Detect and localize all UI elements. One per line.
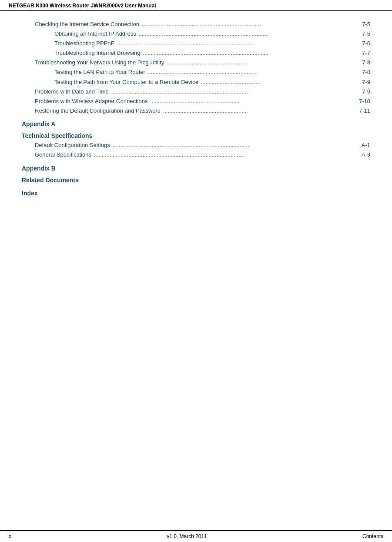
toc-dots: ...................................... — [199, 77, 361, 87]
toc-page: 7-8 — [362, 67, 370, 77]
toc-entry-general-specs[interactable]: General Specifications .................… — [22, 150, 370, 160]
toc-entry-lan-path[interactable]: Testing the LAN Path to Your Router ....… — [22, 67, 370, 77]
toc-text: Restoring the Default Configuration and … — [35, 106, 161, 116]
toc-dots: ........................................… — [140, 20, 361, 29]
toc-page: 7-9 — [362, 87, 370, 97]
toc-entry-date-time[interactable]: Problems with Date and Time ............… — [22, 87, 370, 97]
toc-page: 7-6 — [362, 39, 370, 48]
index-label[interactable]: Index — [22, 188, 370, 198]
toc-entry-remote-device[interactable]: Testing the Path from Your Computer to a… — [22, 77, 370, 87]
toc-text: Checking the Internet Service Connection — [35, 20, 139, 29]
toc-dots: ........................................… — [92, 150, 361, 160]
toc-page: 7-7 — [362, 48, 370, 58]
toc-text: Testing the Path from Your Computer to a… — [54, 77, 198, 87]
toc-entry-restoring-default[interactable]: Restoring the Default Configuration and … — [22, 106, 370, 116]
page-header: NETGEAR N300 Wireless Router JWNR2000v2 … — [0, 0, 392, 11]
toc-dots: ........................................… — [115, 39, 361, 48]
toc-dots: ........................................… — [110, 87, 361, 97]
toc-entry-obtaining-ip[interactable]: Obtaining an Internet IP Address .......… — [22, 29, 370, 39]
toc-page: 7-9 — [362, 77, 370, 87]
toc-dots: ........................................… — [137, 29, 362, 39]
toc-text: General Specifications — [35, 150, 91, 160]
toc-text: Default Configuration Settings — [35, 141, 110, 150]
page-container: NETGEAR N300 Wireless Router JWNR2000v2 … — [0, 0, 392, 542]
toc-dots: ........................................… — [148, 97, 358, 106]
toc-text: Troubleshooting PPPoE — [54, 39, 114, 48]
toc-page: A-3 — [362, 150, 370, 160]
appendix-b-label[interactable]: Appendix B — [22, 164, 370, 173]
toc-text: Obtaining an Internet IP Address — [54, 29, 136, 39]
appendix-a-label[interactable]: Appendix A — [22, 119, 370, 129]
toc-text: Testing the LAN Path to Your Router — [54, 67, 145, 77]
toc-dots: ........................................… — [111, 141, 361, 150]
toc-text: Troubleshooting Internet Browsing — [54, 48, 141, 58]
toc-page: 7-5 — [362, 20, 370, 29]
toc-text: Problems with Date and Time — [35, 87, 109, 97]
toc-dots: ........................................… — [146, 67, 361, 77]
toc-dots: ........................................… — [165, 58, 361, 67]
appendix-b-title[interactable]: Related Documents — [22, 176, 370, 185]
toc-text: Problems with Wireless Adapter Connectio… — [35, 97, 147, 106]
toc-entry-troubleshooting-pppoe[interactable]: Troubleshooting PPPoE ..................… — [22, 39, 370, 48]
toc-page: 7-10 — [359, 97, 370, 106]
toc-entry-checking-internet[interactable]: Checking the Internet Service Connection… — [22, 20, 370, 29]
page-footer: x v1.0, March 2011 Contents — [0, 530, 392, 542]
toc-entry-troubleshooting-browsing[interactable]: Troubleshooting Internet Browsing ......… — [22, 48, 370, 58]
toc-text: Troubleshooting Your Network Using the P… — [35, 58, 164, 67]
header-title: NETGEAR N300 Wireless Router JWNR2000v2 … — [9, 3, 156, 9]
footer-center: v1.0, March 2011 — [11, 533, 362, 539]
toc-entry-default-config[interactable]: Default Configuration Settings .........… — [22, 141, 370, 150]
content-area: Checking the Internet Service Connection… — [0, 11, 392, 530]
appendix-a-title[interactable]: Technical Specifications — [22, 131, 370, 141]
toc-page: 7-11 — [359, 106, 370, 116]
toc-page: 7-5 — [362, 29, 370, 39]
toc-dots: ........................................… — [161, 106, 358, 116]
toc-page: A-1 — [362, 141, 370, 150]
toc-entry-wireless-adapter[interactable]: Problems with Wireless Adapter Connectio… — [22, 97, 370, 106]
toc-page: 7-8 — [362, 58, 370, 67]
toc-dots: ........................................… — [141, 48, 362, 58]
footer-right: Contents — [362, 533, 383, 539]
toc-entry-ping-utility[interactable]: Troubleshooting Your Network Using the P… — [22, 58, 370, 67]
